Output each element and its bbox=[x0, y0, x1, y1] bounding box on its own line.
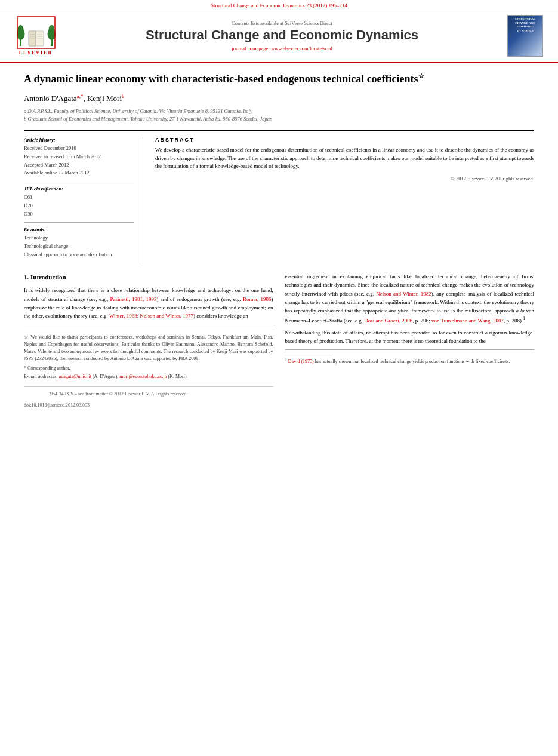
body-column-right: essential ingredient in explaining empir… bbox=[285, 272, 535, 412]
intro-para-1: It is widely recognized that there is a … bbox=[24, 286, 273, 321]
main-content: A dynamic linear economy with characteri… bbox=[0, 63, 558, 420]
journal-title-heading: Structural Change and Economic Dynamics bbox=[66, 27, 498, 43]
accepted-date: Accepted March 2012 bbox=[24, 161, 134, 169]
ref-romer: Romer, 1986 bbox=[243, 296, 272, 302]
article-history-dates: Received December 2010 Received in revis… bbox=[24, 145, 134, 177]
footnote-area: ☆ We would like to thank participants to… bbox=[24, 327, 273, 380]
section-1-heading: 1. Introduction bbox=[24, 272, 273, 283]
keyword-2: Technological change bbox=[24, 242, 134, 250]
info-divider-2 bbox=[24, 222, 134, 223]
body-column-left: 1. Introduction It is widely recognized … bbox=[24, 272, 273, 412]
author-a-sup: a,* bbox=[77, 93, 84, 99]
journal-citation-text: Structural Change and Economic Dynamics … bbox=[211, 2, 347, 8]
journal-cover-image: STRUCTURALCHANGE ANDECONOMICDYNAMICS bbox=[507, 15, 543, 57]
info-abstract-section: Article history: Received December 2010 … bbox=[24, 130, 534, 263]
jel-o30: O30 bbox=[24, 210, 134, 218]
copyright-line: © 2012 Elsevier B.V. All rights reserved… bbox=[155, 176, 534, 182]
jel-d20: D20 bbox=[24, 202, 134, 210]
journal-cover-thumbnail: STRUCTURALCHANGE ANDECONOMICDYNAMICS bbox=[504, 15, 546, 57]
footnote-corresponding: * Corresponding author. bbox=[24, 365, 273, 372]
issn-line: 0954-349X/$ – see front matter © 2012 El… bbox=[48, 391, 187, 398]
article-info-column: Article history: Received December 2010 … bbox=[24, 137, 143, 263]
journal-header-left: ELSEVIER bbox=[12, 16, 60, 56]
affiliation-a: a D.A.P.P.S.I., Faculty of Political Sci… bbox=[24, 107, 534, 115]
page: Structural Change and Economic Dynamics … bbox=[0, 0, 558, 756]
ref-von-tunzelmann: von Tunzelmann and Wang, 2007 bbox=[431, 318, 504, 324]
keywords-list: Technology Technological change Classica… bbox=[24, 234, 134, 258]
intro-para-2: essential ingredient in explaining empir… bbox=[285, 272, 535, 325]
superscript-1: 1 bbox=[523, 316, 525, 321]
author-b-name: Kenji Mori bbox=[87, 94, 122, 103]
footnote-separator bbox=[24, 331, 72, 331]
article-history-title: Article history: bbox=[24, 137, 134, 143]
jel-c61: C61 bbox=[24, 193, 134, 201]
cover-thumb-text: STRUCTURALCHANGE ANDECONOMICDYNAMICS bbox=[515, 17, 535, 33]
ref-pasinetti: Pasinetti, 1981, 1993 bbox=[110, 296, 156, 302]
affiliation-b: b Graduate School of Economics and Manag… bbox=[24, 115, 534, 123]
info-divider bbox=[24, 182, 134, 182]
available-date: Available online 17 March 2012 bbox=[24, 169, 134, 177]
svg-point-14 bbox=[48, 25, 54, 33]
abstract-heading: ABSTRACT bbox=[155, 137, 534, 143]
author-a-name: Antonio D'Agata bbox=[24, 94, 77, 103]
abstract-column: ABSTRACT We develop a characteristic-bas… bbox=[155, 137, 534, 263]
keywords-title: Keywords: bbox=[24, 226, 134, 232]
title-star: ☆ bbox=[418, 72, 424, 79]
article-title: A dynamic linear economy with characteri… bbox=[24, 72, 534, 86]
ref-winter: Winter, 1968 bbox=[109, 313, 137, 319]
email-mori: mori@econ.tohoku.ac.jp bbox=[119, 374, 167, 379]
keyword-3: Classical approach to price and distribu… bbox=[24, 251, 134, 259]
footnote-star: ☆ We would like to thank participants to… bbox=[24, 334, 273, 362]
email-dagata: adagata@unict.it bbox=[59, 374, 91, 379]
ref-dosi-grazzi: Dosi and Grazzi, 2006 bbox=[364, 318, 412, 324]
svg-rect-4 bbox=[29, 31, 36, 46]
footnote-sep-right bbox=[285, 354, 333, 354]
footnote-email: E-mail addresses: adagata@unict.it (A. D… bbox=[24, 373, 273, 380]
authors-line: Antonio D'Agataa,*, Kenji Morib bbox=[24, 93, 534, 103]
footnote-1: 1 David (1975) has actually shown that l… bbox=[285, 357, 535, 365]
bottom-bar: 0954-349X/$ – see front matter © 2012 El… bbox=[24, 386, 273, 402]
revised-date: Received in revised form March 2012 bbox=[24, 153, 134, 161]
jel-codes: C61 D20 O30 bbox=[24, 193, 134, 217]
journal-header-center: Contents lists available at SciVerse Sci… bbox=[66, 20, 498, 51]
received-date: Received December 2010 bbox=[24, 145, 134, 152]
body-two-columns: 1. Introduction It is widely recognized … bbox=[24, 272, 534, 412]
author-b-sup: b bbox=[122, 93, 125, 99]
abstract-text: We develop a characteristic-based model … bbox=[155, 146, 534, 171]
keyword-1: Technology bbox=[24, 234, 134, 242]
intro-para-3: Notwithstanding this state of affairs, n… bbox=[285, 328, 535, 346]
svg-point-2 bbox=[17, 25, 23, 33]
affiliations: a D.A.P.P.S.I., Faculty of Political Sci… bbox=[24, 107, 534, 124]
journal-homepage-line: journal homepage: www.elsevier.com/locat… bbox=[66, 45, 498, 51]
elsevier-label: ELSEVIER bbox=[19, 50, 53, 56]
ref-nelson-winter-1982: Nelson and Winter, 1982 bbox=[376, 291, 431, 297]
journal-citation-bar: Structural Change and Economic Dynamics … bbox=[0, 0, 558, 10]
journal-header: ELSEVIER Contents lists available at Sci… bbox=[0, 10, 558, 63]
footnote-area-right: 1 David (1975) has actually shown that l… bbox=[285, 349, 535, 365]
sciverse-line: Contents lists available at SciVerse Sci… bbox=[66, 20, 498, 26]
elsevier-logo-icon bbox=[17, 16, 56, 49]
ref-david: David (1975) bbox=[288, 359, 314, 364]
doi-line: doi:10.1016/j.strueco.2012.03.003 bbox=[24, 402, 273, 412]
ref-nelson-winter: Nelson and Winter, 1977 bbox=[140, 313, 193, 319]
jel-title: JEL classification: bbox=[24, 186, 134, 192]
